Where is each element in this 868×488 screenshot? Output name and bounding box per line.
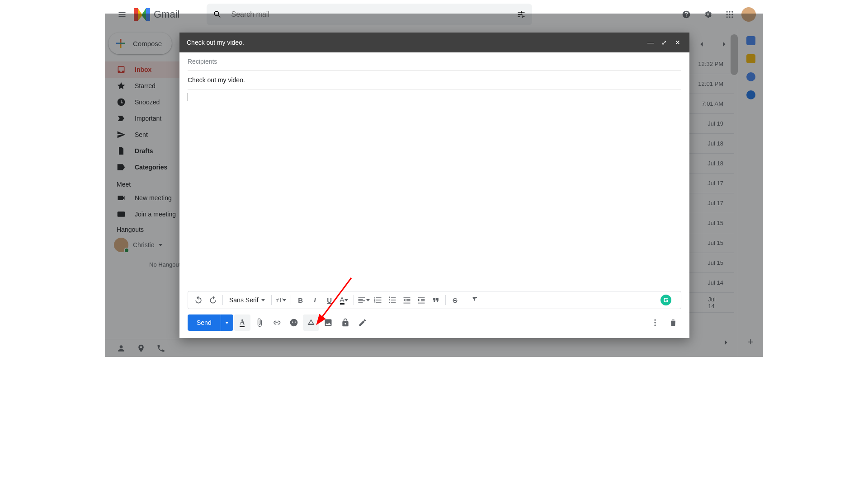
numbered-list-button[interactable]	[371, 293, 385, 307]
clock-icon	[117, 98, 126, 107]
underline-button[interactable]: U	[323, 293, 336, 307]
hamburger-icon[interactable]	[112, 5, 132, 24]
compose-dialog: Check out my video. — ⤢ ✕ Recipients Che…	[179, 33, 689, 338]
categories-icon	[117, 163, 126, 172]
svg-point-5	[731, 14, 733, 15]
compose-label: Compose	[133, 40, 162, 47]
italic-button[interactable]: I	[308, 293, 322, 307]
tune-icon[interactable]	[517, 10, 526, 19]
app-header: Gmail	[105, 0, 763, 29]
side-chevron-icon[interactable]	[716, 333, 736, 352]
bold-button[interactable]: B	[294, 293, 307, 307]
svg-point-2	[731, 11, 733, 13]
app-name: Gmail	[154, 9, 179, 20]
user-avatar	[114, 238, 128, 252]
clear-format-button[interactable]	[468, 293, 481, 307]
plus-icon	[115, 38, 127, 49]
location-icon[interactable]	[137, 344, 146, 353]
attach-icon[interactable]	[251, 314, 268, 331]
svg-point-9	[654, 319, 656, 321]
undo-icon[interactable]	[192, 293, 205, 307]
inbox-icon	[117, 65, 126, 74]
scrollbar[interactable]	[731, 34, 738, 75]
font-selector[interactable]: Sans Serif	[226, 296, 269, 304]
tasks-icon[interactable]	[746, 72, 755, 81]
keyboard-icon	[117, 210, 126, 219]
person-icon[interactable]	[117, 344, 126, 353]
format-toolbar: Sans Serif тT B I U A S	[188, 291, 681, 309]
side-apps-panel: +	[738, 29, 763, 357]
chevron-down-icon	[159, 244, 162, 246]
svg-point-0	[726, 11, 728, 13]
link-icon[interactable]	[269, 314, 285, 331]
draft-icon	[117, 146, 126, 155]
more-options-icon[interactable]	[647, 314, 663, 331]
formatting-toggle-button[interactable]: A	[234, 314, 250, 331]
text-color-button[interactable]: A	[337, 293, 351, 307]
chevron-left-icon[interactable]	[692, 34, 712, 54]
profile-avatar[interactable]	[741, 7, 756, 22]
expand-icon[interactable]: ⤢	[660, 39, 669, 46]
gmail-logo[interactable]: Gmail	[134, 8, 179, 21]
calendar-icon[interactable]	[746, 36, 755, 45]
confidential-icon[interactable]	[337, 314, 354, 331]
apps-icon[interactable]	[720, 5, 740, 24]
svg-point-6	[726, 16, 728, 18]
svg-point-7	[729, 16, 730, 18]
svg-point-10	[654, 322, 656, 323]
recipients-field[interactable]: Recipients	[188, 52, 681, 71]
indent-more-button[interactable]	[415, 293, 428, 307]
svg-point-3	[726, 14, 728, 15]
important-icon	[117, 114, 126, 123]
caret-down-icon	[261, 299, 265, 301]
drive-icon[interactable]	[303, 314, 319, 331]
video-icon	[117, 193, 126, 202]
pen-icon[interactable]	[354, 314, 371, 331]
send-icon	[117, 130, 126, 139]
hangouts-footer	[105, 339, 221, 357]
gear-icon[interactable]	[698, 5, 718, 24]
send-bar: Send A	[179, 313, 689, 338]
search-input[interactable]	[231, 10, 517, 19]
grammarly-icon[interactable]: G	[660, 295, 671, 305]
subject-field[interactable]: Check out my video.	[188, 71, 681, 89]
phone-icon[interactable]	[156, 344, 165, 353]
help-icon[interactable]	[676, 5, 696, 24]
compose-editor[interactable]	[188, 89, 681, 291]
status-dot-icon	[124, 248, 129, 253]
minimize-icon[interactable]: —	[646, 39, 655, 46]
gmail-m-icon	[134, 8, 150, 21]
insert-image-icon[interactable]	[320, 314, 336, 331]
dialog-header[interactable]: Check out my video. — ⤢ ✕	[179, 33, 689, 52]
redo-icon[interactable]	[206, 293, 220, 307]
keep-icon[interactable]	[746, 54, 755, 63]
compose-button[interactable]: Compose	[108, 33, 172, 54]
svg-point-4	[729, 14, 730, 15]
trash-icon[interactable]	[665, 314, 681, 331]
svg-point-1	[729, 11, 730, 13]
emoji-icon[interactable]	[286, 314, 302, 331]
contacts-icon[interactable]	[746, 90, 755, 99]
dialog-title: Check out my video.	[187, 39, 244, 46]
close-icon[interactable]: ✕	[673, 39, 682, 46]
font-size-icon[interactable]: тT	[274, 293, 288, 307]
strikethrough-button[interactable]: S	[448, 293, 462, 307]
star-icon	[117, 81, 126, 90]
search-box[interactable]	[207, 4, 532, 25]
svg-point-11	[654, 324, 656, 326]
align-button[interactable]	[357, 293, 370, 307]
search-icon	[213, 10, 222, 19]
indent-less-button[interactable]	[400, 293, 414, 307]
send-options-icon[interactable]	[221, 314, 233, 331]
svg-point-8	[731, 16, 733, 18]
mail-pager	[692, 34, 734, 54]
quote-button[interactable]	[429, 293, 443, 307]
send-button[interactable]: Send	[188, 314, 233, 331]
bullet-list-button[interactable]	[386, 293, 399, 307]
add-app-icon[interactable]: +	[748, 336, 754, 348]
